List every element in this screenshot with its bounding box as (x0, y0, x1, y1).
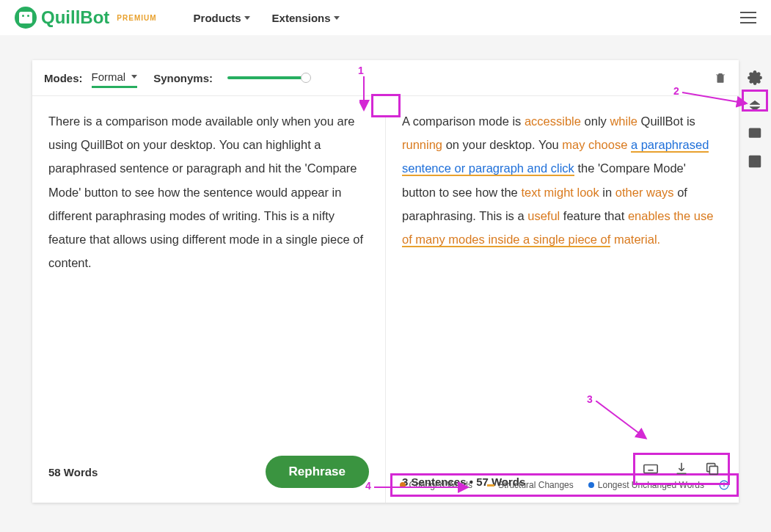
dot-blue-icon (588, 482, 594, 488)
menu-icon[interactable] (740, 12, 756, 23)
svg-rect-8 (750, 128, 761, 137)
nav-extensions[interactable]: Extensions (272, 12, 340, 24)
dot-orange-icon (400, 482, 406, 488)
logo[interactable]: QuillBot PREMIUM (15, 7, 157, 29)
brand-name: QuillBot (41, 7, 109, 28)
input-pane: There is a comparison mode available onl… (32, 96, 386, 503)
stats-icon[interactable] (746, 153, 764, 170)
chevron-down-icon (334, 16, 340, 20)
legend-changed: Changed Words (400, 480, 473, 490)
slider-thumb[interactable] (301, 73, 311, 83)
right-rail (739, 66, 771, 170)
chevron-down-icon (244, 16, 250, 20)
toolbar: Modes: Formal Synonyms: (32, 60, 739, 95)
panes: There is a comparison mode available onl… (32, 95, 739, 503)
logo-icon (15, 7, 37, 29)
svg-rect-6 (709, 466, 717, 474)
bar-yellow-icon (487, 484, 494, 487)
freeze-words-button[interactable] (371, 94, 401, 117)
copy-icon[interactable] (704, 461, 720, 477)
editor-panel: Modes: Formal Synonyms: There is a compa… (32, 60, 739, 503)
word-count-left: 58 Words (48, 466, 98, 478)
feedback-icon[interactable] (746, 125, 764, 142)
legend-changed-label: Changed Words (409, 480, 473, 490)
svg-rect-0 (644, 465, 657, 473)
output-text[interactable]: A comparison mode is accessible only whi… (402, 109, 723, 465)
nav: Products Extensions (194, 12, 340, 24)
download-icon[interactable] (673, 461, 690, 477)
chevron-down-icon (131, 75, 137, 79)
rephrase-button[interactable]: Rephrase (266, 456, 369, 488)
nav-products-label: Products (194, 12, 241, 24)
output-actions (633, 453, 730, 485)
legend-structural: Structural Changes (487, 480, 574, 490)
modes-label: Modes: (44, 72, 83, 84)
trash-icon[interactable] (714, 70, 727, 85)
app-header: QuillBot PREMIUM Products Extensions (0, 0, 771, 35)
keyboard-icon[interactable] (643, 461, 659, 477)
nav-products[interactable]: Products (194, 12, 250, 24)
premium-badge: PREMIUM (117, 14, 156, 22)
output-pane: A comparison mode is accessible only whi… (386, 96, 739, 503)
mode-select[interactable]: Formal (92, 68, 138, 88)
synonyms-label: Synonyms: (153, 72, 213, 84)
legend-structural-label: Structural Changes (498, 480, 574, 490)
settings-icon[interactable] (746, 69, 764, 87)
main-area: Modes: Formal Synonyms: There is a compa… (32, 60, 739, 503)
input-text[interactable]: There is a comparison mode available onl… (48, 109, 369, 445)
nav-extensions-label: Extensions (272, 12, 331, 24)
annotation-2-highlight (742, 90, 768, 112)
mode-selected: Formal (92, 70, 126, 83)
synonyms-slider[interactable] (227, 76, 308, 79)
input-footer: 58 Words Rephrase (48, 445, 369, 489)
